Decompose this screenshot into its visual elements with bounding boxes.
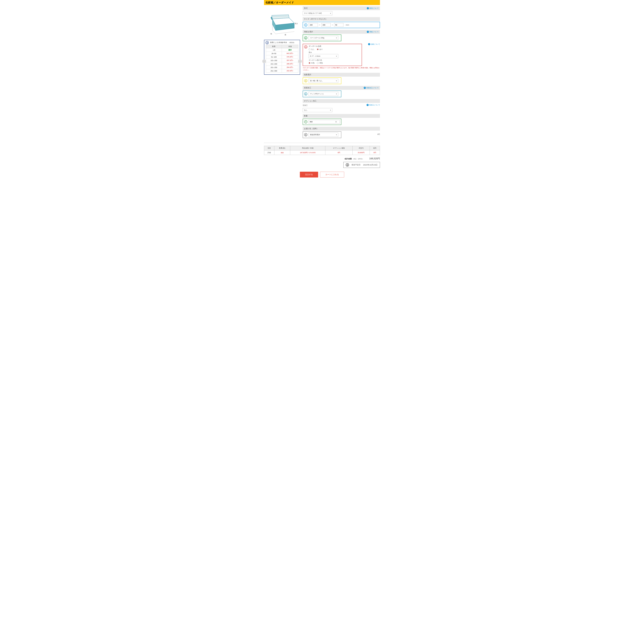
foil-help-link[interactable]: ? 箔加工について bbox=[367, 104, 380, 106]
type-help-link[interactable]: ? 形式について bbox=[367, 7, 379, 9]
dim-height-label: 高さ bbox=[295, 23, 298, 25]
summary-td: 20,900円 bbox=[353, 150, 370, 155]
size-depth-input[interactable] bbox=[321, 23, 331, 27]
dim-depth-label: 縦 bbox=[270, 33, 272, 35]
laminate-warning: ※ダンボール合紙の場合、表面はコートボール230gで製作となります。他の用紙で製… bbox=[303, 67, 380, 71]
box-illustration: 高さ 縦 横 bbox=[267, 10, 298, 36]
step-4-badge: 4 bbox=[266, 41, 269, 44]
laminate-no-radio[interactable]: なし bbox=[309, 48, 315, 50]
quantity-input[interactable] bbox=[309, 120, 340, 124]
price-table-price: 297.0円~ bbox=[282, 59, 298, 62]
size-unit: mm bbox=[346, 24, 349, 26]
summary-td: 850 bbox=[274, 150, 290, 155]
paper-select[interactable]: コートボール 230g bbox=[309, 36, 338, 40]
thickness-select[interactable]: E / F：1.5mm bbox=[309, 54, 338, 58]
finish-select[interactable]: マットPP(マット) bbox=[309, 92, 338, 96]
price-table-qty: 101~150 bbox=[266, 59, 282, 62]
price-table-panel: 4 数量による単価参考表 （税別途） 数量 単価 ~25基本26~50643.5… bbox=[264, 40, 300, 75]
paper-help-link[interactable]: ? 用紙について bbox=[367, 31, 379, 33]
ship-date-box: 9 発送予定日 2023年10月23日 bbox=[343, 162, 380, 168]
carousel-next-button[interactable]: › bbox=[298, 59, 302, 63]
price-table-caption-note: （税別途） bbox=[288, 42, 295, 43]
delivery-label: お届け先（送料） bbox=[304, 128, 318, 130]
step-1-badge: 1 bbox=[304, 23, 307, 27]
quantity-label: 数量 bbox=[304, 115, 308, 117]
ship-label: 発送予定日 bbox=[351, 164, 361, 166]
summary-th: 項目 bbox=[264, 146, 274, 150]
price-table: 数量 単価 ~25基本26~50643.5円~51~100378.4円~101~… bbox=[266, 45, 298, 73]
colors-select[interactable]: 表: 4色 / 裏: なし bbox=[309, 79, 338, 83]
help-icon: ? bbox=[367, 104, 369, 106]
summary-th: 送料 bbox=[370, 146, 380, 150]
summary-th: オプション価格 bbox=[325, 146, 353, 150]
colors-label: 色数選択 bbox=[304, 74, 311, 76]
price-table-qty: 26~50 bbox=[266, 52, 282, 55]
laminate-help-link[interactable]: ? 合紙について bbox=[368, 43, 380, 45]
step-3-badge: 3 bbox=[304, 45, 307, 48]
summary-td: 147,620円 / 173.670円 bbox=[290, 150, 325, 155]
laminate-label: ダンボール合紙 bbox=[309, 45, 360, 47]
price-table-price: 242.0円~ bbox=[282, 69, 298, 73]
price-table-qty: 51~100 bbox=[266, 55, 282, 59]
ship-date: 2023年10月23日 bbox=[363, 164, 378, 166]
finish-help-link[interactable]: ? 表面加工について bbox=[364, 87, 379, 89]
dim-multiply-icon: × bbox=[319, 24, 320, 26]
price-table-caption: 数量による単価参考表 bbox=[270, 41, 287, 43]
step-9-badge: 9 bbox=[346, 163, 349, 166]
help-icon: ? bbox=[367, 31, 369, 33]
size-label: サイズ（外寸サイズを入力） bbox=[304, 18, 327, 20]
backcolor-label: ダンボール裏の色 bbox=[309, 59, 360, 61]
order-button[interactable]: 注文する bbox=[300, 172, 318, 177]
summary-td: 0円 bbox=[370, 150, 380, 155]
step-2-badge: 2 bbox=[304, 36, 307, 39]
total-amount: 168,520円 bbox=[369, 157, 380, 160]
price-table-price: 378.4円~ bbox=[282, 55, 298, 59]
backcolor-white-radio[interactable]: 白色 bbox=[309, 62, 315, 64]
help-icon: ? bbox=[368, 43, 370, 45]
dim-multiply-icon: × bbox=[332, 24, 333, 26]
total-label: 合計金額 bbox=[345, 158, 352, 160]
backcolor-brown-radio[interactable]: 茶色 bbox=[317, 62, 323, 64]
price-table-price: 264.0円~ bbox=[282, 66, 298, 69]
summary-th: 数量(枚) bbox=[274, 146, 290, 150]
price-table-th-price: 単価 bbox=[282, 45, 298, 48]
foil-label: 箔加工 bbox=[303, 104, 308, 107]
price-table-qty: ~25 bbox=[266, 48, 282, 52]
price-table-qty: 151~200 bbox=[266, 62, 282, 66]
price-table-price: 643.5円~ bbox=[282, 52, 298, 55]
price-table-qty: 251~300 bbox=[266, 69, 282, 73]
price-table-price: 基本 bbox=[282, 48, 298, 52]
size-width-input[interactable] bbox=[309, 23, 318, 27]
add-to-cart-button[interactable]: カートに入れる bbox=[320, 172, 344, 177]
price-table-th-qty: 数量 bbox=[266, 45, 282, 48]
summary-th: 木型代 bbox=[353, 146, 370, 150]
carousel-prev-button[interactable]: ‹ bbox=[262, 59, 266, 63]
summary-table: 項目 数量(枚) 商品金額 / 単価 オプション価格 木型代 送料 詳細 850… bbox=[264, 146, 380, 155]
thickness-label: 厚み bbox=[309, 51, 360, 54]
delivery-cost: 0円 bbox=[377, 133, 380, 135]
help-icon: ? bbox=[364, 87, 366, 89]
price-table-qty: 201~250 bbox=[266, 66, 282, 69]
finish-label: 表面加工 bbox=[304, 87, 311, 89]
foil-select[interactable]: なし bbox=[303, 108, 332, 112]
step-6-badge: 6 bbox=[304, 92, 307, 95]
laminate-yes-radio[interactable]: あり bbox=[317, 48, 323, 50]
total-note: （税込・送料別） bbox=[352, 158, 364, 160]
summary-td: 0円 bbox=[325, 150, 353, 155]
summary-th: 商品金額 / 単価 bbox=[290, 146, 325, 150]
dim-width-label: 横 bbox=[285, 34, 286, 36]
size-height-input[interactable] bbox=[334, 23, 343, 27]
step-7-badge: 7 bbox=[304, 120, 307, 123]
qty-unit: 枚 bbox=[335, 121, 337, 123]
step-5-badge: 5 bbox=[304, 79, 307, 82]
type-label: 形式 bbox=[304, 7, 308, 9]
price-table-price: 286.0円~ bbox=[282, 62, 298, 66]
help-icon: ? bbox=[367, 7, 369, 9]
page-title: 化粧箱／オーダーメイド bbox=[264, 0, 380, 5]
divider bbox=[264, 143, 380, 143]
paper-label: 用紙を選択 bbox=[304, 31, 313, 33]
option-label: オプション加工 bbox=[304, 100, 317, 102]
delivery-select[interactable]: 都道府県選択 bbox=[309, 133, 338, 137]
step-8-badge: 8 bbox=[304, 133, 307, 136]
type-select[interactable]: サイド差込タイプ / N式 bbox=[303, 11, 332, 15]
